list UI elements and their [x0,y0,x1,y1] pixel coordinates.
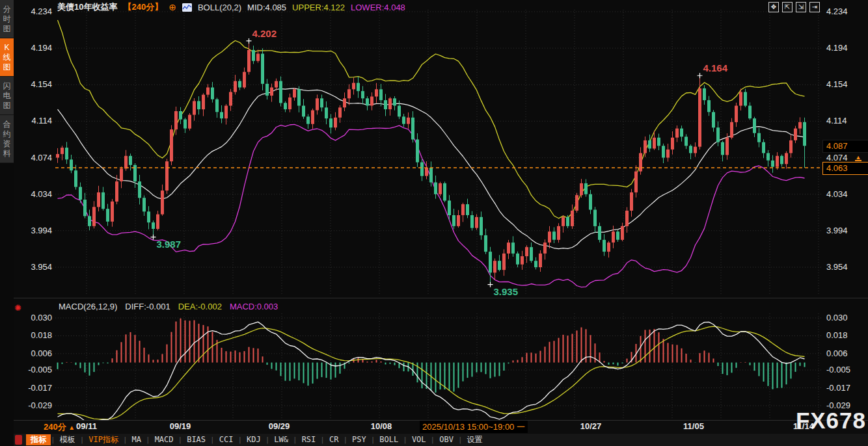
watermark: FX678 [796,408,866,434]
toolbar-item-BIAS[interactable]: BIAS [182,434,210,445]
axis-zoom-right-icon[interactable]: ⇲ [796,2,806,12]
y-tick-macd-right: 0.030 [826,313,863,322]
x-tick-date: 09/19 [170,421,191,431]
window-controls: ✥⇱⇲⇥ [768,2,820,12]
y-tick-macd-left: -0.017 [16,383,52,393]
svg-text:4.202: 4.202 [252,28,277,39]
toolbar-item-模板[interactable]: 模板 [55,434,80,445]
sidebar-tab-合约资料[interactable]: 合约资料 [0,115,14,163]
boll-chart-icon[interactable] [182,3,192,12]
toolbar-separator: | [80,436,85,444]
y-tick-main-left: 4.234 [16,7,52,16]
toolbar-item-PSY[interactable]: PSY [347,434,371,445]
toolbar-separator: | [343,436,347,444]
x-tick-date: 09/29 [269,421,290,431]
toolbar-separator: | [320,436,325,444]
y-tick-main-right: 4.114 [826,116,863,125]
price-line-arrow-icon: ▲ [855,155,861,161]
chart-header: 美债10年收益率 【240分】 ⊕ BOLL(20,2) MID:4.085 U… [57,2,405,12]
y-tick-macd-right: 0.018 [826,330,863,340]
x-tick-date: 11/05 [683,421,704,431]
y-tick-macd-right: 0.006 [826,348,863,358]
period-label[interactable]: 【240分】 [123,1,163,13]
last-price-tag: 4.087 [822,140,868,153]
y-tick-macd-left: 0.006 [16,348,52,358]
y-tick-main-right: 3.994 [826,226,863,235]
sidebar-tab-闪电图[interactable]: 闪电图 [0,77,14,115]
boll-mid-value: MID:4.085 [247,3,286,12]
y-tick-main-right: 4.154 [826,79,863,89]
crosshair-date-readout: 2025/10/13 15:00~19:00 一 [420,421,528,433]
toolbar-separator: | [123,436,128,444]
price-line-tag: 4.063 [822,162,868,175]
bottom-toolbar: 指标|模板|VIP指标|MA|MACD|BIAS|CCI|KDJ|LW&|RSI… [14,434,868,446]
y-tick-macd-left: -0.005 [16,365,52,374]
toolbar-separator: | [51,436,55,444]
y-tick-main-left: 4.194 [16,43,52,53]
toolbar-separator: | [146,436,150,444]
x-tick-date: 10/08 [371,421,392,431]
toolbar-item-CCI[interactable]: CCI [215,434,238,445]
sidebar-tab-分时图[interactable]: 分时图 [0,0,14,38]
pan-icon[interactable]: ✥ [768,2,779,12]
x-axis: 240分 ▲ 2025/10/13 15:00~19:00 一 09/1109/… [14,421,868,433]
period-selector[interactable]: 240分 ▲ [44,421,75,433]
instrument-title: 美债10年收益率 [57,1,117,13]
svg-text:3.935: 3.935 [494,286,519,297]
macd-dea-value: DEA:-0.002 [178,302,222,311]
macd-panel [58,319,805,425]
indicator-alert-icon[interactable]: ✺ [14,303,21,313]
y-tick-main-left: 4.034 [16,189,52,199]
toolbar-item-VIP指标[interactable]: VIP指标 [84,434,123,445]
chart-canvas[interactable]: 4.2024.1643.9873.935 [0,0,868,446]
toolbar-item-BOLL[interactable]: BOLL [375,434,403,445]
toolbar-item-VOL[interactable]: VOL [407,434,431,445]
y-tick-macd-left: 0.018 [16,330,52,340]
y-tick-main-left: 4.114 [16,116,52,125]
toolbar-item-MA[interactable]: MA [128,434,146,445]
period-arrow-icon: ▲ [68,424,75,431]
y-tick-macd-right: -0.005 [826,365,863,374]
add-indicator-icon[interactable]: ⊕ [169,2,176,12]
y-tick-main-left: 3.954 [16,262,52,272]
toolbar-item-LW&[interactable]: LW& [269,434,293,445]
boll-upper-value: UPPER:4.122 [292,3,345,12]
boll-label: BOLL(20,2) [198,3,241,12]
macd-diff-value: DIFF:-0.001 [125,302,170,311]
y-tick-main-right: 4.234 [826,7,863,16]
toolbar-separator: | [210,436,215,444]
toolbar-separator: | [237,436,242,444]
toolbar-separator: | [293,436,297,444]
exit-icon[interactable]: ⇥ [809,2,820,12]
toolbar-item-OBV[interactable]: OBV [435,434,458,445]
y-tick-main-left: 4.074 [16,153,52,163]
macd-macd-value: MACD:0.003 [230,302,278,311]
chart-app: 4.2024.1643.9873.935 分时图K线图闪电图合约资料 美债10年… [0,0,868,446]
y-tick-main-left: 4.154 [16,79,52,89]
svg-text:4.164: 4.164 [703,62,728,73]
x-tick-date: 10/27 [580,421,602,431]
sidebar: 分时图K线图闪电图合约资料 [0,0,14,446]
sidebar-tab-K线图[interactable]: K线图 [0,38,14,77]
toolbar-item-设置[interactable]: 设置 [463,434,487,445]
y-tick-main-left: 3.994 [16,226,52,235]
toolbar-separator: | [371,436,375,444]
toolbar-item-KDJ[interactable]: KDJ [242,434,265,445]
y-tick-macd-left: 0.030 [16,313,52,322]
toolbar-item-指标[interactable]: 指标 [26,434,51,445]
y-tick-main-right: 4.194 [826,43,863,53]
y-tick-macd-left: -0.029 [16,400,52,410]
macd-header: MACD(26,12,9) DIFF:-0.001 DEA:-0.002 MAC… [59,302,278,311]
toolbar-separator: | [458,436,463,444]
axis-zoom-left-icon[interactable]: ⇱ [782,2,793,12]
toolbar-item-CR[interactable]: CR [325,434,343,445]
toolbar-separator: | [403,436,407,444]
toolbar-separator: | [265,436,270,444]
toolbar-separator: | [431,436,435,444]
toolbar-item-MACD[interactable]: MACD [150,434,178,445]
toolbar-item-RSI[interactable]: RSI [297,434,321,445]
x-tick-date: 09/11 [76,421,97,431]
bottom-left-logo-icon [15,435,22,445]
y-tick-main-right: 3.954 [826,262,863,272]
panel-divider [0,298,868,298]
